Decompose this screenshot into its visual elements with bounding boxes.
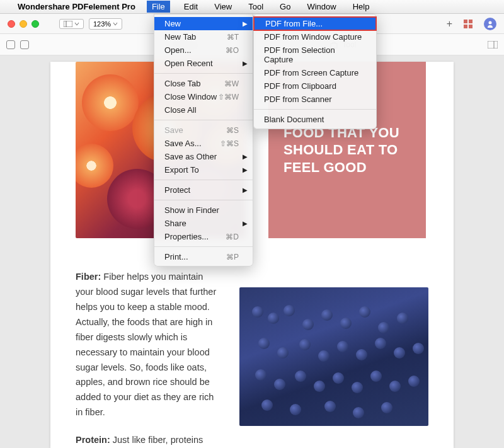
zoom-control[interactable]: 123% bbox=[89, 18, 122, 30]
body-text-block: Fiber: Fiber helps you maintain your blo… bbox=[76, 270, 217, 448]
hero-heading: FOOD THAT YOU SHOULD EAT TO FEEL GOOD bbox=[284, 124, 411, 176]
menu-help[interactable]: Help bbox=[350, 1, 372, 13]
menu-item-label: Open Recent bbox=[164, 59, 213, 68]
menu-item-print[interactable]: Print...⌘P bbox=[154, 250, 253, 263]
menu-item-label: Export To bbox=[164, 165, 199, 175]
menu-separator bbox=[154, 73, 253, 74]
file-menu-dropdown: New▶New Tab⌘TOpen...⌘OOpen Recent▶Close … bbox=[154, 14, 253, 267]
fullscreen-window-icon[interactable] bbox=[32, 20, 39, 28]
template-grid-icon[interactable] bbox=[464, 20, 472, 28]
menu-item-share[interactable]: Share▶ bbox=[154, 217, 253, 230]
system-menubar: Wondershare PDFelement Pro File Edit Vie… bbox=[0, 0, 504, 14]
menu-item-label: Protect bbox=[164, 185, 190, 195]
menu-item-label: Close Window bbox=[164, 92, 217, 101]
menu-item-new[interactable]: New▶ bbox=[154, 17, 253, 30]
menu-item-label: New Tab bbox=[164, 32, 196, 42]
menu-shortcut: ⇧⌘S bbox=[220, 139, 239, 148]
menu-item-label: Save as Other bbox=[164, 152, 217, 161]
submenu-item-pdf-from-selection-capture[interactable]: PDF from Selection Capture bbox=[254, 43, 376, 66]
menu-item-label: Save As... bbox=[164, 139, 202, 148]
body-image-blueberries bbox=[239, 287, 428, 426]
view-mode-group[interactable] bbox=[6, 40, 29, 49]
submenu-item-pdf-from-screen-capture[interactable]: PDF from Screen Capture bbox=[254, 66, 376, 79]
menu-item-open[interactable]: Open...⌘O bbox=[154, 43, 253, 57]
menu-view[interactable]: View bbox=[212, 1, 234, 13]
menu-file[interactable]: File bbox=[147, 1, 170, 13]
zoom-value: 123% bbox=[93, 20, 111, 28]
submenu-item-pdf-from-scanner[interactable]: PDF from Scanner bbox=[254, 93, 376, 106]
submenu-arrow-icon: ▶ bbox=[243, 60, 248, 67]
window-controls bbox=[8, 20, 39, 28]
menu-shortcut: ⌘S bbox=[226, 126, 239, 135]
menu-item-save-as-other[interactable]: Save as Other▶ bbox=[154, 150, 253, 163]
menu-item-label: PDF from Clipboard bbox=[264, 81, 336, 91]
menu-shortcut: ⌘O bbox=[226, 46, 239, 55]
chevron-down-icon bbox=[113, 21, 118, 26]
menu-item-label: PDF from File... bbox=[265, 19, 323, 28]
menu-edit[interactable]: Edit bbox=[181, 1, 200, 13]
menu-item-label: PDF from Scanner bbox=[264, 95, 332, 104]
menu-item-properties[interactable]: Properties...⌘D bbox=[154, 230, 253, 243]
menu-shortcut: ⌘D bbox=[226, 233, 239, 241]
add-tab-button[interactable]: + bbox=[447, 18, 452, 30]
submenu-arrow-icon: ▶ bbox=[243, 20, 248, 27]
menu-item-label: New bbox=[164, 19, 181, 28]
menu-item-protect[interactable]: Protect▶ bbox=[154, 183, 253, 197]
protein-label: Protein: bbox=[76, 435, 110, 445]
menu-item-label: Open... bbox=[164, 45, 192, 55]
menu-item-label: Show in Finder bbox=[164, 205, 219, 215]
menu-item-label: Print... bbox=[164, 252, 188, 261]
menu-separator bbox=[254, 109, 376, 110]
menu-shortcut: ⌘W bbox=[224, 79, 239, 88]
menu-window[interactable]: Window bbox=[304, 1, 338, 13]
menu-item-show-in-finder[interactable]: Show in Finder bbox=[154, 204, 253, 217]
menu-item-label: Properties... bbox=[164, 232, 209, 241]
submenu-item-pdf-from-clipboard[interactable]: PDF from Clipboard bbox=[254, 79, 376, 93]
menu-item-open-recent[interactable]: Open Recent▶ bbox=[154, 57, 253, 70]
submenu-item-pdf-from-window-capture[interactable]: PDF from Window Capture bbox=[254, 30, 376, 43]
menu-item-label: PDF from Window Capture bbox=[264, 32, 362, 42]
menu-item-label: Close All bbox=[164, 105, 197, 115]
menu-separator bbox=[154, 180, 253, 180]
menu-shortcut: ⌘P bbox=[226, 253, 239, 261]
protein-paragraph: Protein: Just like fiber, proteins also … bbox=[76, 433, 217, 448]
menu-item-save-as[interactable]: Save As...⇧⌘S bbox=[154, 137, 253, 150]
submenu-arrow-icon: ▶ bbox=[243, 153, 248, 160]
menu-tool[interactable]: Tool bbox=[246, 1, 266, 13]
menu-shortcut: ⌘T bbox=[227, 33, 239, 42]
menu-item-label: PDF from Selection Capture bbox=[264, 45, 362, 64]
menu-item-close-window[interactable]: Close Window⇧⌘W bbox=[154, 90, 253, 103]
minimize-window-icon[interactable] bbox=[20, 20, 27, 28]
sidebar-toggle[interactable] bbox=[59, 19, 84, 29]
submenu-item-blank-document[interactable]: Blank Document bbox=[254, 113, 376, 126]
menu-item-label: Save bbox=[164, 125, 183, 135]
close-window-icon[interactable] bbox=[8, 20, 15, 28]
menu-item-close-all[interactable]: Close All bbox=[154, 103, 253, 117]
menu-item-label: Share bbox=[164, 219, 186, 228]
user-icon bbox=[486, 20, 494, 28]
chevron-down-icon bbox=[74, 21, 79, 26]
svg-rect-0 bbox=[64, 21, 72, 27]
menu-go[interactable]: Go bbox=[277, 1, 293, 13]
menu-separator bbox=[154, 200, 253, 200]
menu-shortcut: ⇧⌘W bbox=[218, 93, 239, 101]
submenu-arrow-icon: ▶ bbox=[243, 166, 248, 173]
sidebar-icon bbox=[64, 21, 72, 27]
submenu-item-pdf-from-file[interactable]: PDF from File... bbox=[254, 17, 376, 30]
menu-item-save: Save⌘S bbox=[154, 123, 253, 137]
new-submenu: PDF from File...PDF from Window CaptureP… bbox=[253, 14, 377, 129]
menu-separator bbox=[154, 120, 253, 120]
submenu-arrow-icon: ▶ bbox=[243, 220, 248, 227]
avatar[interactable] bbox=[484, 18, 496, 30]
reader-view-icon[interactable] bbox=[488, 41, 498, 49]
app-name[interactable]: Wondershare PDFelement Pro bbox=[18, 2, 135, 11]
fiber-paragraph: Fiber: Fiber helps you maintain your blo… bbox=[76, 270, 217, 420]
menu-item-new-tab[interactable]: New Tab⌘T bbox=[154, 30, 253, 43]
svg-rect-4 bbox=[488, 41, 498, 49]
submenu-arrow-icon: ▶ bbox=[243, 187, 248, 193]
menu-separator bbox=[154, 246, 253, 247]
menu-item-export-to[interactable]: Export To▶ bbox=[154, 163, 253, 176]
menu-item-close-tab[interactable]: Close Tab⌘W bbox=[154, 77, 253, 90]
fiber-text: Fiber helps you maintain your blood suga… bbox=[76, 272, 216, 417]
fiber-label: Fiber: bbox=[76, 272, 101, 282]
